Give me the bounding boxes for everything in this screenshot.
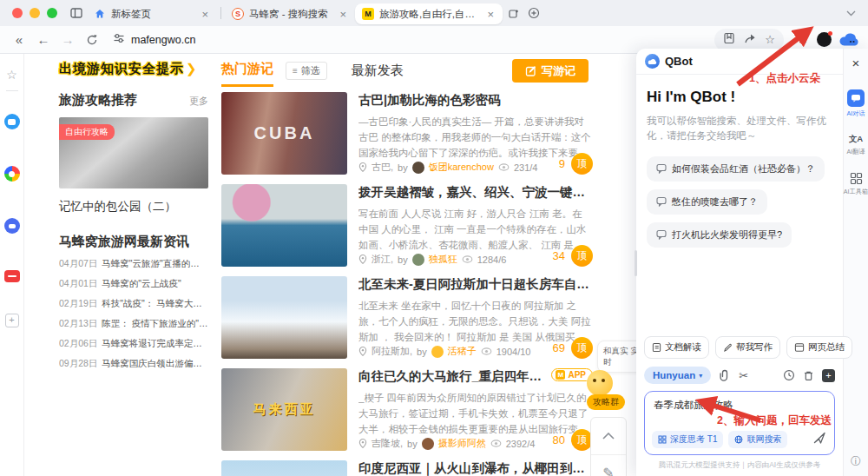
- web-search-toggle[interactable]: 联网搜索: [728, 431, 787, 448]
- location-pin-icon: [358, 162, 367, 173]
- bear-app-icon[interactable]: [4, 218, 20, 234]
- news-item[interactable]: 09月28日马蜂窝国庆白领出游偏好调查： 超7...: [59, 358, 208, 370]
- deep-think-toggle[interactable]: 深度思考 T1: [652, 431, 723, 448]
- favorites-star-icon[interactable]: ☆: [4, 66, 20, 83]
- news-item[interactable]: 04月07日马蜂窝"云旅游"直播的攻与守: [59, 258, 208, 270]
- menu-icon[interactable]: ≡: [792, 30, 813, 50]
- news-item[interactable]: 02月13日陈罡： 疫情下旅游业的"守恒与求变": [59, 318, 208, 330]
- tab-separator: [220, 7, 221, 19]
- article-thumbnail[interactable]: [221, 276, 347, 359]
- top-vote-button[interactable]: 顶: [571, 337, 593, 359]
- article-title[interactable]: 北至未来-夏日阿拉斯加十日超长房车自驾游: [358, 276, 593, 293]
- attachment-icon[interactable]: [719, 369, 731, 381]
- rail-ai-chat[interactable]: AI对话: [846, 89, 865, 118]
- add-app-button[interactable]: +: [5, 314, 19, 327]
- rail-ai-toolbox[interactable]: AI工具箱: [843, 172, 868, 196]
- forward-button[interactable]: →: [57, 30, 78, 50]
- news-item[interactable]: 02月19日科技"战疫"： 马蜂窝大数据赋能旅游业: [59, 298, 208, 310]
- views-count: 2392/4: [506, 439, 536, 449]
- qbot-cloud-button[interactable]: [838, 32, 859, 47]
- tab-mafengwo-active[interactable]: M 旅游攻略,自由行,自助游攻略,旅... ×: [355, 3, 503, 24]
- top-vote-button[interactable]: 顶: [571, 245, 593, 267]
- webpage-summary-button[interactable]: 网页总结: [786, 336, 852, 359]
- tab-hot-posts[interactable]: 热门游记: [221, 61, 273, 87]
- bee-mascot-icon[interactable]: [587, 370, 613, 396]
- top-vote-button[interactable]: 顶: [571, 153, 593, 175]
- tab-close-icon[interactable]: ×: [485, 9, 496, 20]
- screenshot-scissors-icon[interactable]: ✂: [739, 369, 748, 382]
- zoom-window-button[interactable]: [47, 8, 57, 18]
- article-location[interactable]: 吉隆坡,: [372, 437, 403, 450]
- article-title[interactable]: 拨开吴越褶皱，嘉兴、绍兴、宁波一键三连|没人能...: [358, 184, 593, 201]
- more-link[interactable]: 更多: [189, 95, 208, 108]
- article-title[interactable]: MAPP向往已久的大马旅行_重启四年之前大马之约: [358, 368, 593, 385]
- author-avatar[interactable]: [412, 162, 424, 174]
- doc-analyze-button[interactable]: 文档解读: [644, 336, 709, 359]
- suggestion-chip[interactable]: 如何假装会品红酒（社恐必备）？: [647, 156, 825, 182]
- author-name[interactable]: 独孤狂: [429, 253, 457, 266]
- recommend-caption[interactable]: 记忆中的包公园（二）: [59, 199, 208, 215]
- filter-button[interactable]: ≡筛选: [286, 62, 327, 80]
- article-thumbnail[interactable]: 马来西亚: [221, 368, 347, 451]
- history-clock-icon[interactable]: [783, 369, 795, 381]
- tab-sogou-search[interactable]: S 马蜂窝 - 搜狗搜索 ×: [225, 3, 355, 24]
- suggestion-chip[interactable]: 憋住的喷嚏去哪了？: [647, 189, 767, 215]
- news-item[interactable]: 04月01日马蜂窝的"云上战疫": [59, 278, 208, 290]
- author-avatar[interactable]: [431, 346, 444, 358]
- article-location[interactable]: 阿拉斯加,: [372, 345, 412, 358]
- trash-icon[interactable]: [803, 370, 814, 381]
- model-selector[interactable]: Hunyuan▾: [644, 367, 711, 384]
- share-icon[interactable]: [744, 32, 756, 48]
- tab-close-icon[interactable]: ×: [200, 9, 210, 20]
- close-panel-icon[interactable]: ×: [852, 56, 860, 70]
- safety-banner[interactable]: 出境游知识安全提示❯: [59, 61, 198, 77]
- author-avatar[interactable]: [412, 254, 424, 266]
- send-button[interactable]: [812, 431, 826, 448]
- tab-list-chevron-icon[interactable]: [840, 3, 861, 23]
- article-location[interactable]: 古巴,: [372, 161, 393, 174]
- help-write-button[interactable]: 帮我写作: [715, 336, 780, 359]
- reload-button[interactable]: [82, 30, 102, 50]
- tab-new-page[interactable]: 新标签页 ×: [87, 3, 217, 24]
- news-item[interactable]: 02月06日马蜂窝将退订完成率定为最高KPI: [59, 338, 208, 350]
- new-chat-icon[interactable]: +: [822, 369, 835, 382]
- left-column: 旅游攻略推荐 更多 自由行攻略 记忆中的包公园（二） 马蜂窝旅游网最新资讯 04…: [59, 92, 208, 370]
- sidebar-toggle-icon[interactable]: [66, 3, 87, 23]
- profile-avatar[interactable]: [817, 32, 832, 47]
- rail-ai-translate[interactable]: 文A AI翻译: [846, 134, 865, 156]
- close-window-button[interactable]: [12, 8, 23, 18]
- article-thumbnail[interactable]: [221, 184, 347, 267]
- author-name[interactable]: 活猪子: [448, 345, 477, 358]
- back-button[interactable]: ←: [33, 30, 54, 50]
- author-name[interactable]: 摄影师阿然: [438, 437, 486, 450]
- red-app-icon[interactable]: [4, 270, 20, 282]
- chat-app-icon[interactable]: [4, 114, 20, 129]
- strategy-group-badge[interactable]: 攻略群: [587, 394, 625, 410]
- article-thumbnail[interactable]: CUBA: [221, 92, 347, 175]
- colorful-app-icon[interactable]: [4, 166, 20, 182]
- info-icon[interactable]: ⓘ: [851, 454, 861, 469]
- author-name[interactable]: 饭团karenchow: [429, 161, 494, 174]
- author-avatar[interactable]: [422, 438, 434, 450]
- bookmark-star-icon[interactable]: ☆: [765, 33, 775, 46]
- article-thumbnail[interactable]: [221, 460, 347, 476]
- site-settings-icon[interactable]: [113, 32, 125, 47]
- article-title[interactable]: 印度尼西亚｜从火山到瀑布，从椰田到大洋，用上...: [358, 460, 593, 476]
- tab-latest-posts[interactable]: 最新发表: [352, 63, 404, 79]
- reading-list-icon[interactable]: [723, 32, 735, 48]
- feed-tabs: 热门游记 ≡筛选 最新发表: [221, 61, 404, 87]
- views-count: 231/4: [514, 162, 538, 173]
- new-window-tab-icon[interactable]: [503, 3, 523, 23]
- minimize-window-button[interactable]: [30, 8, 40, 18]
- article-title[interactable]: 古巴|加勒比海的色彩密码: [358, 92, 593, 109]
- article-location[interactable]: 浙江,: [372, 253, 393, 266]
- suggestion-chip[interactable]: 打火机比火柴发明得更早?: [647, 222, 792, 248]
- back-to-top-button[interactable]: [591, 418, 626, 454]
- collapse-sidebar-button[interactable]: «: [9, 30, 30, 50]
- address-bar[interactable]: mafengwo.cn: [113, 32, 711, 47]
- write-post-button[interactable]: 写游记: [512, 59, 589, 83]
- tab-close-icon[interactable]: ×: [338, 9, 348, 20]
- recommend-image[interactable]: 自由行攻略: [59, 117, 208, 188]
- new-tab-button[interactable]: [523, 3, 544, 23]
- write-pencil-button[interactable]: ✎: [591, 454, 626, 476]
